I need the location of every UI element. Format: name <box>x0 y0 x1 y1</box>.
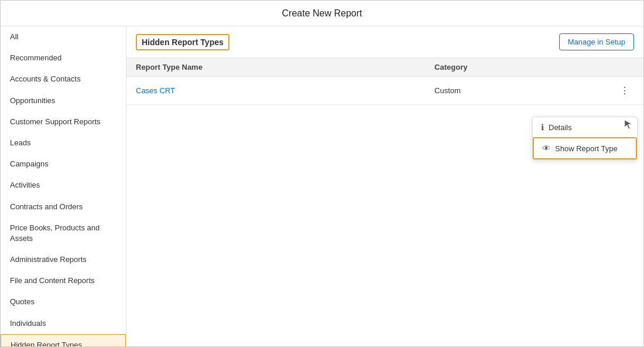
sidebar-item-12[interactable]: Quotes <box>1 291 126 312</box>
sidebar-item-1[interactable]: Recommended <box>1 47 126 69</box>
info-icon: ℹ <box>541 123 544 132</box>
table-body: Cases CRTCustom⋮ <box>126 77 643 105</box>
page-header: Create New Report <box>1 1 643 26</box>
tab-label: Hidden Report Types <box>136 34 229 50</box>
sidebar-item-2[interactable]: Accounts & Contacts <box>1 69 126 90</box>
sidebar-item-8[interactable]: Contracts and Orders <box>1 196 126 217</box>
sidebar-item-4[interactable]: Customer Support Reports <box>1 111 126 132</box>
page-title: Create New Report <box>282 8 362 19</box>
content-header: Hidden Report Types Manage in Setup <box>126 26 643 58</box>
table-row: Cases CRTCustom⋮ <box>126 77 643 105</box>
report-type-action-button[interactable]: ⋮ <box>615 83 634 98</box>
report-type-name-cell: Cases CRT <box>126 77 425 105</box>
sidebar-item-5[interactable]: Leads <box>1 132 126 154</box>
content-area: Hidden Report Types Manage in Setup Repo… <box>126 26 643 347</box>
context-menu-item-label: Details <box>549 123 572 132</box>
sidebar-item-11[interactable]: File and Content Reports <box>1 270 126 291</box>
manage-in-setup-button[interactable]: Manage in Setup <box>559 33 634 50</box>
report-types-table: Report Type Name Category Cases CRTCusto… <box>126 58 643 105</box>
context-menu-item-label: Show Report Type <box>555 144 618 153</box>
context-menu: ℹDetails👁Show Report Type <box>532 117 638 160</box>
sidebar-item-13[interactable]: Individuals <box>1 313 126 334</box>
col-header-actions <box>606 58 643 77</box>
sidebar-item-6[interactable]: Campaigns <box>1 154 126 175</box>
report-type-action-cell: ⋮ <box>606 77 643 105</box>
table-container: Report Type Name Category Cases CRTCusto… <box>126 58 643 347</box>
sidebar-item-10[interactable]: Administrative Reports <box>1 249 126 270</box>
report-type-link[interactable]: Cases CRT <box>136 86 175 95</box>
col-header-name: Report Type Name <box>126 58 425 77</box>
sidebar-item-9[interactable]: Price Books, Products and Assets <box>1 217 126 249</box>
cursor-pointer-icon <box>624 119 634 130</box>
main-container: AllRecommendedAccounts & ContactsOpportu… <box>1 26 643 347</box>
eye-icon: 👁 <box>542 144 550 153</box>
sidebar: AllRecommendedAccounts & ContactsOpportu… <box>1 26 126 347</box>
context-menu-item-1[interactable]: 👁Show Report Type <box>533 137 637 159</box>
table-header: Report Type Name Category <box>126 58 643 77</box>
context-menu-item-0[interactable]: ℹDetails <box>533 117 637 137</box>
report-type-category-cell: Custom <box>425 77 606 105</box>
col-header-category: Category <box>425 58 606 77</box>
sidebar-item-14[interactable]: Hidden Report Types <box>1 334 126 347</box>
sidebar-item-7[interactable]: Activities <box>1 175 126 196</box>
sidebar-item-3[interactable]: Opportunities <box>1 90 126 111</box>
sidebar-item-0[interactable]: All <box>1 26 126 47</box>
